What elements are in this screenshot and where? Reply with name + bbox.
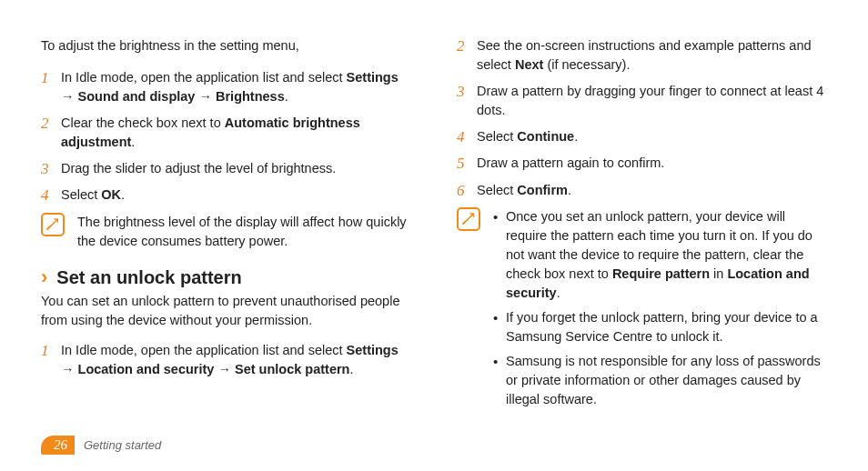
note-bullet: Once you set an unlock pattern, your dev…	[493, 207, 827, 303]
note-brightness: The brightness level of the display will…	[41, 213, 411, 251]
note-bullet: Samsung is not responsible for any loss …	[493, 352, 827, 409]
step-text: In Idle mode, open the application list …	[61, 68, 411, 106]
step-text: Draw a pattern again to confirm.	[477, 154, 827, 173]
right-step-3: 3 Draw a pattern by dragging your finger…	[457, 82, 827, 120]
note-bullet: If you forget the unlock pattern, bring …	[493, 308, 827, 346]
right-step-2: 2 See the on-screen instructions and exa…	[457, 36, 827, 75]
step-number: 5	[457, 154, 477, 173]
section-title: Set an unlock pattern	[56, 267, 241, 288]
step-text: Drag the slider to adjust the level of b…	[61, 159, 411, 178]
step-text: Select OK.	[61, 185, 411, 205]
page-footer: 26 Getting started	[41, 436, 161, 456]
step-number: 3	[41, 159, 61, 178]
step-number: 4	[457, 127, 477, 146]
chevron-icon: ›	[41, 267, 47, 287]
step-text: Clear the check box next to Automatic br…	[61, 114, 411, 152]
section-description: You can set an unlock pattern to prevent…	[41, 292, 411, 330]
step-4: 4 Select OK.	[41, 185, 411, 205]
step-number: 6	[457, 181, 477, 200]
right-step-5: 5 Draw a pattern again to confirm.	[457, 154, 827, 173]
step-number: 1	[41, 341, 61, 379]
intro-text: To adjust the brightness in the setting …	[41, 36, 411, 55]
note-icon	[457, 207, 480, 231]
section-heading-unlock: › Set an unlock pattern	[41, 267, 411, 288]
step-3: 3 Drag the slider to adjust the level of…	[41, 159, 411, 178]
section-step-1: 1 In Idle mode, open the application lis…	[41, 341, 411, 379]
step-number: 2	[41, 114, 61, 152]
right-column: 2 See the on-screen instructions and exa…	[457, 36, 827, 431]
step-text: Select Confirm.	[477, 181, 827, 200]
step-2: 2 Clear the check box next to Automatic …	[41, 114, 411, 152]
right-step-4: 4 Select Continue.	[457, 127, 827, 146]
step-number: 1	[41, 68, 61, 106]
step-text: See the on-screen instructions and examp…	[477, 36, 827, 75]
note-text: The brightness level of the display will…	[77, 213, 411, 251]
step-number: 2	[457, 36, 477, 75]
step-text: In Idle mode, open the application list …	[61, 341, 411, 379]
note-icon	[41, 213, 65, 236]
step-text: Select Continue.	[477, 127, 827, 146]
footer-section: Getting started	[84, 438, 161, 452]
step-1: 1 In Idle mode, open the application lis…	[41, 68, 411, 106]
page-number: 26	[41, 436, 75, 456]
step-number: 3	[457, 82, 477, 120]
left-column: To adjust the brightness in the setting …	[41, 36, 411, 431]
note-content: Once you set an unlock pattern, your dev…	[493, 207, 827, 415]
right-step-6: 6 Select Confirm.	[457, 181, 827, 200]
note-unlock: Once you set an unlock pattern, your dev…	[457, 207, 827, 415]
step-number: 4	[41, 185, 61, 205]
step-text: Draw a pattern by dragging your finger t…	[477, 82, 827, 120]
